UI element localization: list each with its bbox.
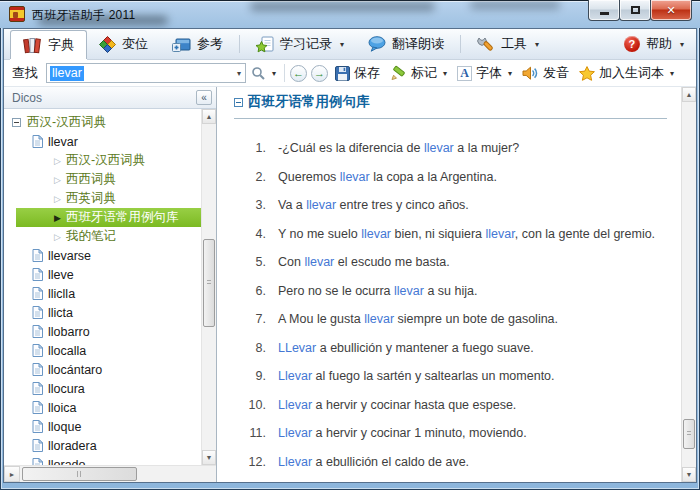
doc-icon	[32, 325, 43, 338]
collapse-section-icon[interactable]	[234, 98, 243, 107]
maximize-button[interactable]	[619, 0, 651, 21]
sentence-number: 12.	[234, 453, 266, 471]
tree-expand-icon[interactable]: ▶	[52, 213, 63, 223]
sidebar-horizontal-scrollbar[interactable]: ◄ ►	[4, 465, 216, 482]
window-controls: ✕	[589, 0, 692, 21]
tree-item-label: llicta	[48, 306, 73, 320]
save-button[interactable]: 保存	[330, 62, 385, 84]
sentence-text: A Mou le gusta llevar siempre un bote de…	[278, 310, 671, 328]
tree-item-llocura[interactable]: llocura	[4, 379, 201, 398]
tab-folder[interactable]: 参考	[160, 29, 235, 59]
speaker-button[interactable]: 发音	[517, 62, 574, 84]
tree-item-llorado[interactable]: llorado	[4, 455, 201, 465]
word-link[interactable]: llevar	[394, 284, 424, 298]
scroll-down-icon[interactable]: ▼	[682, 467, 696, 482]
sentence-segment: Con	[278, 255, 304, 269]
tree-item-dict[interactable]: ▷我的笔记	[4, 227, 201, 246]
tab-books[interactable]: 字典	[10, 30, 87, 59]
tree-item-llevarse[interactable]: llevarse	[4, 246, 201, 265]
tree-item-llocántaro[interactable]: llocántaro	[4, 360, 201, 379]
scroll-up-icon[interactable]: ▲	[202, 109, 216, 124]
content-vertical-scrollbar[interactable]: ▲ ▼	[681, 87, 696, 482]
tab-study-record[interactable]: 学习记录▾	[244, 29, 356, 59]
tree-item-label: llobarro	[48, 325, 90, 339]
scroll-right-icon[interactable]: ►	[4, 466, 20, 482]
word-link[interactable]: llevar	[486, 227, 515, 241]
word-link[interactable]: Llevar	[278, 398, 312, 412]
tree-item-lloradera[interactable]: lloradera	[4, 436, 201, 455]
word-link[interactable]: Llevar	[278, 369, 312, 383]
back-arrow-icon: ←	[293, 67, 304, 79]
search-input[interactable]: llevar ▾	[46, 63, 246, 83]
sidebar-collapse-button[interactable]: «	[196, 90, 212, 105]
button-label: 保存	[354, 64, 380, 82]
tree-expand-icon[interactable]: ▷	[52, 194, 63, 204]
tree-item-dict[interactable]: ▷西西词典	[4, 170, 201, 189]
tree-item-llobarro[interactable]: llobarro	[4, 322, 201, 341]
word-link[interactable]: llevar	[306, 198, 336, 212]
word-link[interactable]: llevar	[361, 227, 391, 241]
title-bar[interactable]: 西班牙语助手 2011 ✕	[0, 0, 700, 28]
tree-item-llicta[interactable]: llicta	[4, 303, 201, 322]
tree-item-label: 西英词典	[66, 190, 116, 207]
tree-item-label: llorado	[48, 458, 86, 466]
tree-item-dict[interactable]: ▷西汉-汉西词典	[4, 151, 201, 170]
search-dropdown-icon[interactable]: ▾	[233, 69, 245, 78]
sentence-number: 6.	[234, 282, 266, 300]
tree-item-lloica[interactable]: lloica	[4, 398, 201, 417]
tab-label: 翻译朗读	[392, 35, 444, 53]
sentence-text: Y no me suelo llevar bien, ni siquiera l…	[278, 225, 671, 243]
tab-help[interactable]: ?帮助▾	[612, 29, 696, 59]
word-link[interactable]: Llevar	[278, 426, 312, 440]
forward-button[interactable]: →	[311, 65, 328, 82]
back-button[interactable]: ←	[290, 65, 307, 82]
word-link[interactable]: llevar	[424, 141, 454, 155]
tree-item-label: llevar	[48, 135, 78, 149]
sentence-segment: Queremos	[278, 170, 340, 184]
word-link[interactable]: llevar	[364, 312, 394, 326]
tree-expand-icon[interactable]: ▷	[52, 175, 63, 185]
tab-wrench[interactable]: 工具▾	[465, 29, 551, 59]
tree-item-dict[interactable]: ▶西班牙语常用例句库	[4, 208, 201, 227]
word-link[interactable]: llevar	[304, 255, 334, 269]
font-button[interactable]: A字体▾	[452, 62, 517, 84]
word-link[interactable]: LLevar	[278, 341, 316, 355]
word-link[interactable]: Llevar	[278, 455, 312, 469]
doc-icon	[32, 382, 43, 395]
scrollbar-thumb[interactable]	[22, 467, 137, 481]
tree-expand-icon[interactable]: ▷	[52, 232, 63, 242]
tree-item-dict[interactable]: ▷西英词典	[4, 189, 201, 208]
tab-speech-bubble[interactable]: 翻译朗读	[356, 29, 456, 59]
scroll-up-icon[interactable]: ▲	[682, 87, 696, 102]
scroll-down-icon[interactable]: ▼	[202, 450, 216, 465]
tree-item-label: lleve	[48, 268, 74, 282]
tree-collapse-icon[interactable]	[12, 118, 21, 127]
tree-item-label: 西汉-汉西词典	[66, 152, 145, 169]
dictionary-tree: 西汉-汉西词典llevar▷西汉-汉西词典▷西西词典▷西英词典▶西班牙语常用例句…	[4, 109, 201, 465]
list-item: 8.LLevar a ebullición y mantener a fuego…	[234, 339, 671, 357]
word-link[interactable]: llevar	[340, 170, 370, 184]
tab-cubes[interactable]: 变位	[87, 29, 160, 59]
tree-item-label: llocántaro	[48, 363, 102, 377]
tree-item-llevar[interactable]: llevar	[4, 132, 201, 151]
marker-button[interactable]: 标记▾	[385, 62, 452, 84]
minimize-button[interactable]	[588, 0, 620, 21]
scrollbar-thumb[interactable]	[203, 239, 215, 327]
star-button[interactable]: 加入生词本▾	[574, 62, 679, 84]
tree-item-lleve[interactable]: lleve	[4, 265, 201, 284]
doc-icon	[32, 363, 43, 376]
list-item: 4.Y no me suelo llevar bien, ni siquiera…	[234, 225, 671, 243]
search-options-button[interactable]: ▾	[246, 62, 281, 84]
tree-expand-icon[interactable]: ▷	[52, 156, 63, 166]
tree-item-dict[interactable]: 西汉-汉西词典	[4, 113, 201, 132]
tree-item-lliclla[interactable]: lliclla	[4, 284, 201, 303]
tree-item-lloque[interactable]: lloque	[4, 417, 201, 436]
sidebar-vertical-scrollbar[interactable]: ▲ ▼	[201, 109, 216, 465]
scrollbar-thumb[interactable]	[683, 419, 695, 449]
tree-item-llocalla[interactable]: llocalla	[4, 341, 201, 360]
close-button[interactable]: ✕	[650, 0, 692, 21]
sentence-list: 1.-¿Cuál es la diferencia de llevar a la…	[234, 139, 671, 471]
list-item: 5.Con llevar el escudo me basta.	[234, 253, 671, 271]
maximize-icon	[631, 6, 640, 14]
folder-icon	[172, 37, 191, 52]
